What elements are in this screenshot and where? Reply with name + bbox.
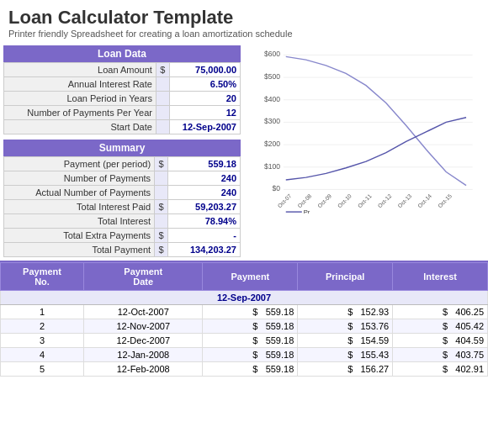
svg-text:Oct-12: Oct-12: [377, 192, 393, 208]
row-payment: $ 559.18: [203, 305, 298, 319]
summary-row-symbol: $: [155, 229, 168, 243]
loan-row-value: 75,000.00: [169, 63, 240, 77]
summary-row-symbol: $: [155, 200, 168, 214]
row-date: 12-Dec-2007: [84, 334, 203, 348]
svg-text:Oct-08: Oct-08: [296, 192, 312, 208]
loan-row-label: Annual Interest Rate: [4, 77, 156, 92]
svg-text:Oct-14: Oct-14: [416, 192, 432, 208]
svg-text:Oct-07: Oct-07: [276, 192, 292, 208]
summary-table: Payment (per period) $ 559.18 Number of …: [3, 156, 241, 257]
row-date: 12-Jan-2008: [84, 348, 203, 362]
loan-row-symbol: $: [156, 63, 169, 77]
svg-text:$0: $0: [273, 184, 281, 192]
summary-row-label: Actual Number of Payments: [4, 186, 155, 200]
row-payment: $ 559.18: [203, 319, 298, 334]
summary-row-value: 240: [168, 186, 241, 200]
svg-text:$600: $600: [264, 50, 280, 58]
summary-row-label: Payment (per period): [4, 157, 155, 171]
row-interest: $ 402.91: [393, 362, 488, 377]
svg-text:Oct-09: Oct-09: [316, 192, 332, 208]
table-row: 1 12-Oct-2007 $ 559.18 $ 152.93 $ 406.25: [1, 305, 488, 319]
summary-row-label: Number of Payments: [4, 171, 155, 186]
row-date: 12-Feb-2008: [84, 362, 203, 377]
svg-text:Oct-11: Oct-11: [357, 192, 373, 208]
row-date: 12-Nov-2007: [84, 319, 203, 334]
table-row: 2 12-Nov-2007 $ 559.18 $ 153.76 $ 405.42: [1, 319, 488, 334]
left-panel: Loan Data Loan Amount $ 75,000.00 Annual…: [0, 42, 244, 261]
page-title: Loan Calculator Template: [8, 7, 480, 29]
loan-row-symbol: [156, 120, 169, 134]
row-principal: $ 152.93: [298, 305, 393, 319]
table-row: 3 12-Dec-2007 $ 559.18 $ 154.59 $ 404.59: [1, 334, 488, 348]
svg-text:$200: $200: [264, 140, 280, 148]
summary-row-symbol: $: [155, 243, 168, 257]
loan-row-value: 6.50%: [169, 77, 240, 92]
loan-data-table: Loan Amount $ 75,000.00 Annual Interest …: [3, 62, 241, 134]
svg-text:Oct-15: Oct-15: [437, 192, 453, 208]
row-interest: $ 405.42: [393, 319, 488, 334]
row-payment: $ 559.18: [203, 348, 298, 362]
svg-text:Pr...: Pr...: [304, 208, 316, 213]
amort-col-2: Payment: [203, 263, 298, 291]
amort-col-1: PaymentDate: [84, 263, 203, 291]
table-row: 4 12-Jan-2008 $ 559.18 $ 155.43 $ 403.75: [1, 348, 488, 362]
loan-row-symbol: [156, 77, 169, 92]
amort-col-0: PaymentNo.: [1, 263, 84, 291]
row-principal: $ 154.59: [298, 334, 393, 348]
row-interest: $ 404.59: [393, 334, 488, 348]
row-no: 5: [1, 362, 84, 377]
amortization-section: PaymentNo.PaymentDatePaymentPrincipalInt…: [0, 261, 488, 377]
loan-row-label: Number of Payments Per Year: [4, 106, 156, 120]
summary-row-value: 59,203.27: [168, 200, 241, 214]
summary-row-value: 240: [168, 171, 241, 186]
chart-area: $600 $500 $400 $300 $200 $100 $0 Oct-07 …: [244, 42, 488, 261]
loan-row-symbol: [156, 92, 169, 106]
svg-text:$100: $100: [264, 162, 280, 171]
row-no: 1: [1, 305, 84, 319]
page-subtitle: Printer friendly Spreadsheet for creatin…: [8, 29, 480, 39]
svg-text:$500: $500: [264, 72, 280, 81]
loan-row-label: Loan Period in Years: [4, 92, 156, 106]
row-principal: $ 156.27: [298, 362, 393, 377]
loan-data-header: Loan Data: [3, 45, 241, 62]
summary-row-label: Total Payment: [4, 243, 155, 257]
start-date-cell: 12-Sep-2007: [1, 291, 488, 305]
loan-row-label: Loan Amount: [4, 63, 156, 77]
summary-row-symbol: [155, 171, 168, 186]
loan-row-value: 12-Sep-2007: [169, 120, 240, 134]
summary-row-symbol: [155, 214, 168, 229]
summary-row-label: Total Interest: [4, 214, 155, 229]
row-payment: $ 559.18: [203, 362, 298, 377]
row-principal: $ 153.76: [298, 319, 393, 334]
summary-row-value: 78.94%: [168, 214, 241, 229]
amortization-table: PaymentNo.PaymentDatePaymentPrincipalInt…: [0, 262, 488, 377]
loan-row-symbol: [156, 106, 169, 120]
loan-row-value: 12: [169, 106, 240, 120]
summary-row-label: Total Interest Paid: [4, 200, 155, 214]
svg-text:$400: $400: [264, 95, 280, 103]
amort-col-3: Principal: [298, 263, 393, 291]
summary-row-value: -: [168, 229, 241, 243]
row-date: 12-Oct-2007: [84, 305, 203, 319]
summary-row-symbol: $: [155, 157, 168, 171]
svg-text:Oct-13: Oct-13: [396, 192, 412, 208]
page-header: Loan Calculator Template Printer friendl…: [0, 0, 488, 42]
row-no: 2: [1, 319, 84, 334]
summary-row-value: 559.18: [168, 157, 241, 171]
svg-text:Oct-10: Oct-10: [337, 192, 353, 208]
row-no: 4: [1, 348, 84, 362]
loan-row-label: Start Date: [4, 120, 156, 134]
summary-row-symbol: [155, 186, 168, 200]
summary-header: Summary: [3, 140, 241, 156]
main-layout: Loan Data Loan Amount $ 75,000.00 Annual…: [0, 42, 488, 261]
row-principal: $ 155.43: [298, 348, 393, 362]
svg-text:$300: $300: [264, 117, 280, 125]
row-payment: $ 559.18: [203, 334, 298, 348]
row-interest: $ 406.25: [393, 305, 488, 319]
row-interest: $ 403.75: [393, 348, 488, 362]
summary-row-value: 134,203.27: [168, 243, 241, 257]
table-row: 5 12-Feb-2008 $ 559.18 $ 156.27 $ 402.91: [1, 362, 488, 377]
amortization-chart: $600 $500 $400 $300 $200 $100 $0 Oct-07 …: [247, 45, 485, 213]
summary-row-label: Total Extra Payments: [4, 229, 155, 243]
amort-col-4: Interest: [393, 263, 488, 291]
